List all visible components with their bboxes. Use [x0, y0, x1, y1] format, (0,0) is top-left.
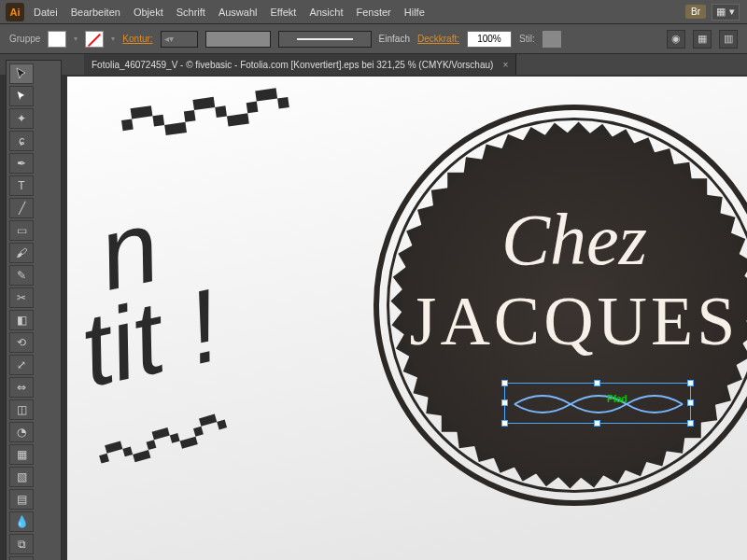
pen-tool[interactable]: ✒: [9, 153, 34, 174]
menu-ansicht[interactable]: Ansicht: [309, 7, 343, 18]
align-panel-icon[interactable]: ▦: [693, 30, 712, 49]
brush-def[interactable]: [205, 31, 271, 48]
menu-auswahl[interactable]: Auswahl: [218, 7, 258, 18]
menu-datei[interactable]: Datei: [34, 7, 58, 18]
eraser-tool[interactable]: ◧: [9, 310, 34, 330]
document-tabs: Fotolia_46072459_V - © fivebasic - Fotol…: [0, 54, 747, 75]
lasso-tool[interactable]: ɕ: [9, 131, 34, 151]
width-tool[interactable]: ⇔: [9, 377, 34, 398]
free-transform-tool[interactable]: ◫: [9, 399, 34, 420]
menu-hilfe[interactable]: Hilfe: [404, 7, 425, 18]
badge-seal: Chez JACQUES Pfad: [402, 133, 747, 478]
perspective-tool[interactable]: ▦: [9, 444, 34, 465]
recolor-artwork-icon[interactable]: ◉: [667, 30, 685, 49]
opacity-label[interactable]: Deckkraft:: [417, 34, 459, 44]
selected-path: [505, 384, 692, 425]
menu-bar: Ai Datei Bearbeiten Objekt Schrift Auswa…: [0, 0, 747, 24]
transform-panel-icon[interactable]: ▥: [719, 30, 738, 49]
opacity-value[interactable]: 100%: [467, 31, 512, 48]
rectangle-tool[interactable]: ▭: [9, 220, 34, 241]
blend-tool[interactable]: ⧉: [9, 534, 34, 554]
document-title: Fotolia_46072459_V - © fivebasic - Fotol…: [92, 60, 493, 70]
selection-type-label: Gruppe: [9, 34, 40, 44]
badge-chez: Chez: [402, 198, 747, 282]
symbol-sprayer-tool[interactable]: ✾: [9, 556, 34, 560]
type-tool[interactable]: T: [9, 175, 34, 196]
menu-schrift[interactable]: Schrift: [176, 7, 205, 18]
close-tab-icon[interactable]: ×: [502, 60, 508, 70]
canvas[interactable]: 〰 n tit ! 〰 Chez JACQUES Pfad: [67, 77, 747, 560]
menu-effekt[interactable]: Effekt: [270, 7, 296, 18]
shape-builder-tool[interactable]: ◔: [9, 422, 34, 442]
scale-tool[interactable]: ⤢: [9, 355, 34, 375]
line-tool[interactable]: ╱: [9, 198, 34, 218]
paintbrush-tool[interactable]: 🖌: [9, 243, 34, 263]
direct-selection-tool[interactable]: [9, 86, 34, 106]
stroke-swatch[interactable]: [85, 31, 104, 48]
document-tab[interactable]: Fotolia_46072459_V - © fivebasic - Fotol…: [84, 54, 516, 75]
workspace-switcher[interactable]: ▦ ▾: [712, 4, 740, 21]
options-bar: Gruppe ▾ ▾ Kontur: ◂▾ Einfach Deckkraft:…: [0, 24, 747, 54]
stroke-weight[interactable]: ◂▾: [161, 31, 198, 48]
menu-objekt[interactable]: Objekt: [134, 7, 163, 18]
badge-jacques: JACQUES: [402, 282, 747, 361]
menu-fenster[interactable]: Fenster: [356, 7, 390, 18]
badge-artwork: Chez JACQUES Pfad: [374, 105, 747, 506]
tools-panel: ✦ ɕ ✒ T ╱ ▭ 🖌 ✎ ✂ ◧ ⟲ ⤢ ⇔ ◫ ◔ ▦ ▧ ▤ 💧 ⧉ …: [6, 60, 62, 560]
stroke-profile[interactable]: [278, 31, 372, 48]
selection-box[interactable]: [504, 383, 691, 424]
rotate-tool[interactable]: ⟲: [9, 332, 34, 353]
gradient-tool[interactable]: ▤: [9, 489, 34, 510]
blob-brush-tool[interactable]: ✂: [9, 287, 34, 308]
stroke-label[interactable]: Kontur:: [122, 34, 152, 44]
mesh-tool[interactable]: ▧: [9, 467, 34, 487]
app-logo: Ai: [6, 3, 24, 21]
bridge-button[interactable]: Br: [685, 5, 706, 19]
style-label: Stil:: [519, 34, 535, 44]
stroke-style-label: Einfach: [379, 34, 410, 44]
fill-swatch[interactable]: [48, 31, 66, 48]
selection-tool[interactable]: [9, 63, 34, 84]
path-tooltip: Pfad: [607, 394, 627, 404]
eyedropper-tool[interactable]: 💧: [9, 511, 34, 532]
magic-wand-tool[interactable]: ✦: [9, 108, 34, 129]
style-swatch[interactable]: [543, 31, 561, 48]
menu-bearbeiten[interactable]: Bearbeiten: [71, 7, 120, 18]
pencil-tool[interactable]: ✎: [9, 265, 34, 286]
